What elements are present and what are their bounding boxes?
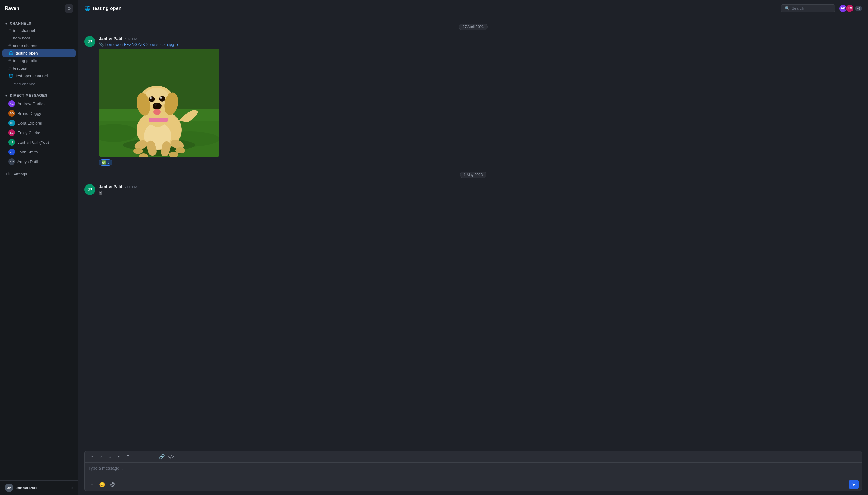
globe-icon: 🌐 [8, 73, 13, 78]
dm-label: Bruno Doggy [17, 111, 41, 116]
channels-label: Channels [10, 21, 31, 25]
composer: B I U S " ≡ ≡ 🔗 </> Type a message... + … [79, 447, 868, 495]
attach-button[interactable]: + [88, 480, 96, 489]
sidebar-item-test-test[interactable]: # test test [2, 65, 76, 72]
channel-label: testing open [16, 51, 38, 55]
italic-button[interactable]: I [97, 453, 105, 461]
msg-author-2: Janhvi Patil [99, 184, 122, 189]
underline-button[interactable]: U [106, 453, 114, 461]
header-right: 🔍 Search AG EC +7 [781, 4, 862, 13]
msg-file-link[interactable]: 📎 ben-owen-FFwNGYZK-2o-unsplash.jpg ▼ [99, 42, 862, 47]
dropdown-icon: ▼ [176, 43, 179, 46]
sidebar: Raven ⚙ ▼ Channels # test channel # nom … [0, 0, 79, 495]
avatar-count[interactable]: +7 [855, 6, 862, 11]
svg-rect-18 [149, 118, 168, 122]
channels-section: ▼ Channels # test channel # nom nom # so… [0, 17, 78, 89]
sidebar-item-test-channel[interactable]: # test channel [2, 27, 76, 34]
hash-icon: # [8, 44, 11, 48]
date-badge-2: 1 May 2023 [460, 172, 487, 178]
main-content: 🌐 testing open 🔍 Search AG EC +7 27 Apri… [79, 0, 868, 495]
message-group-2: JP Janhvi Patil 7:00 PM hi [79, 182, 868, 199]
sidebar-item-some-channel[interactable]: # some channel [2, 42, 76, 49]
sidebar-item-john-smith[interactable]: JS John Smith [2, 147, 76, 157]
chevron-icon: ▼ [5, 22, 8, 25]
bold-button[interactable]: B [88, 453, 96, 461]
message-placeholder: Type a message... [88, 466, 123, 471]
emoji-picker-button[interactable]: 😊 [98, 480, 106, 489]
search-icon: 🔍 [785, 6, 789, 11]
avatar: JP [8, 139, 15, 146]
settings-label: Settings [12, 172, 27, 176]
composer-box: B I U S " ≡ ≡ 🔗 </> Type a message... + … [84, 451, 862, 491]
app-title: Raven [5, 6, 19, 11]
strikethrough-button[interactable]: S [115, 453, 123, 461]
globe-icon: 🌐 [84, 5, 90, 11]
mention-button[interactable]: @ [108, 480, 117, 489]
svg-point-28 [154, 104, 157, 105]
header-avatars: AG EC +7 [839, 4, 862, 13]
dm-label: Emily Clarke [17, 131, 40, 135]
channel-label: some channel [13, 44, 38, 48]
footer-avatar: JP [5, 483, 13, 492]
ul-button[interactable]: ≡ [145, 453, 154, 461]
plus-icon: + [8, 81, 11, 86]
svg-point-25 [150, 97, 152, 99]
reaction-check[interactable]: ✅ 1 [99, 159, 112, 166]
message-group-1: JP Janhvi Patil 4:43 PM 📎 ben-owen-FFwNG… [79, 34, 868, 168]
message-input[interactable]: Type a message... [85, 463, 862, 478]
hash-icon: # [8, 28, 11, 33]
sidebar-item-nom-nom[interactable]: # nom nom [2, 34, 76, 42]
search-box[interactable]: 🔍 Search [781, 4, 835, 12]
sidebar-item-testing-public[interactable]: # testing public [2, 57, 76, 65]
dm-label: Dora Explorer [17, 121, 42, 125]
reaction-count: 1 [107, 160, 109, 165]
ol-button[interactable]: ≡ [136, 453, 145, 461]
channel-label: nom nom [13, 36, 30, 40]
avatar: EC [8, 129, 15, 136]
globe-icon: 🌐 [8, 51, 13, 55]
svg-point-24 [159, 96, 165, 102]
sidebar-item-andrew-garfield[interactable]: AG Andrew Garfield [2, 99, 76, 108]
footer-username: Janhvi Patil [16, 486, 37, 490]
dm-section: ▼ Direct Messages AG Andrew Garfield BD … [0, 89, 78, 168]
toolbar-separator [134, 454, 135, 459]
hash-icon: # [8, 36, 11, 40]
composer-footer: + 😊 @ ➤ [85, 478, 862, 491]
gear-button[interactable]: ⚙ [65, 4, 73, 13]
sidebar-item-test-open-channel[interactable]: 🌐 test open channel [2, 72, 76, 80]
code-button[interactable]: </> [167, 453, 175, 461]
avatar: BD [8, 110, 15, 117]
sidebar-item-aditya-patil[interactable]: AP Aditya Patil [2, 157, 76, 166]
msg-header-2: Janhvi Patil 7:00 PM [99, 184, 862, 189]
reaction-emoji: ✅ [102, 160, 106, 165]
sidebar-item-janhvi-patil[interactable]: JP Janhvi Patil (You) [2, 137, 76, 147]
sidebar-item-bruno-doggy[interactable]: BD Bruno Doggy [2, 108, 76, 118]
svg-point-10 [133, 148, 143, 154]
link-button[interactable]: 🔗 [158, 453, 166, 461]
add-channel-label: Add channel [14, 82, 36, 86]
dm-section-header[interactable]: ▼ Direct Messages [2, 92, 76, 99]
msg-content-1: Janhvi Patil 4:43 PM 📎 ben-owen-FFwNGYZK… [99, 36, 862, 166]
sidebar-item-emily-clarke[interactable]: EC Emily Clarke [2, 128, 76, 137]
logout-button[interactable]: ⇥ [69, 485, 73, 491]
reaction-bar: ✅ 1 [99, 159, 862, 166]
hash-icon: # [8, 58, 11, 63]
avatar: AG [8, 100, 15, 107]
send-button[interactable]: ➤ [849, 480, 859, 489]
msg-image[interactable] [99, 49, 220, 157]
add-channel-button[interactable]: + Add channel [2, 80, 76, 88]
channel-label: test test [13, 66, 27, 70]
quote-format-button[interactable]: " [124, 453, 132, 461]
header-avatar-2: EC [845, 4, 854, 13]
sidebar-item-testing-open[interactable]: 🌐 testing open [2, 49, 76, 57]
avatar: DE [8, 120, 15, 126]
msg-time: 4:43 PM [125, 37, 137, 41]
file-name: ben-owen-FFwNGYZK-2o-unsplash.jpg [105, 42, 174, 47]
sidebar-header: Raven ⚙ [0, 0, 78, 17]
sidebar-item-dora-explorer[interactable]: DE Dora Explorer [2, 118, 76, 128]
channel-label: testing public [13, 58, 37, 63]
main-header: 🌐 testing open 🔍 Search AG EC +7 [79, 0, 868, 17]
channels-section-header[interactable]: ▼ Channels [2, 20, 76, 27]
settings-item[interactable]: ⚙ Settings [2, 170, 76, 178]
gear-icon: ⚙ [67, 6, 71, 11]
